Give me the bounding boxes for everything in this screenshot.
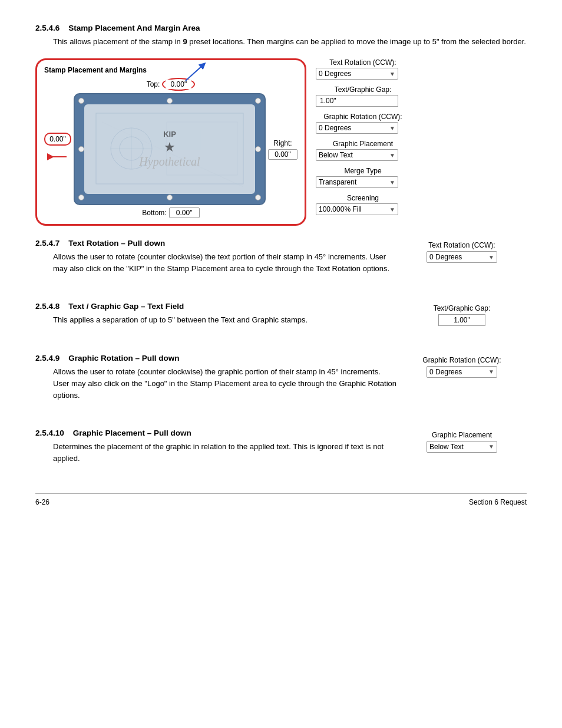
text-rotation-arrow: ▼ [389, 71, 395, 77]
s2410-arrow: ▼ [488, 443, 494, 450]
merge-type-value: Transparent [319, 178, 356, 186]
text-rotation-panel-label: Text Rotation (CCW): [316, 58, 410, 67]
section-247-title: 2.5.4.7 Text Rotation – Pull down [35, 239, 397, 248]
section-2410-title: 2.5.4.10 Graphic Placement – Pull down [35, 429, 397, 437]
left-margin-display: 0.00" [44, 133, 71, 146]
s249-dropdown[interactable]: 0 Degrees ▼ [427, 366, 497, 378]
screening-dropdown[interactable]: 100.000% Fill ▼ [316, 203, 398, 215]
section-248-title: 2.5.4.8 Text / Graphic Gap – Text Field [35, 302, 397, 311]
section-247-widget: Text Rotation (CCW): 0 Degrees ▼ [397, 239, 527, 263]
section-2410-body: Determines the placement of the graphic … [53, 441, 397, 465]
s247-arrow: ▼ [488, 254, 494, 261]
bottom-margin-input[interactable] [169, 207, 200, 218]
s2410-widget-label: Graphic Placement [432, 431, 492, 439]
diagram-container: Stamp Placement and Margins Top: [35, 58, 527, 226]
stamp-preview: KIP ★ Hypothetical [74, 93, 266, 205]
merge-type-dropdown[interactable]: Transparent ▼ [316, 176, 398, 188]
stamp-inner: KIP ★ Hypothetical [84, 104, 255, 194]
kip-label[interactable]: KIP [163, 130, 176, 139]
left-margin-col: 0.00" [44, 133, 71, 166]
text-gap-panel-label: Text/Graphic Gap: [316, 85, 410, 94]
s249-arrow: ▼ [488, 368, 494, 375]
section-248-widget: Text/Graphic Gap: [397, 302, 527, 326]
right-label: Right: [273, 139, 292, 147]
s247-widget-label: Text Rotation (CCW): [428, 241, 495, 249]
top-margin-row: Top: [44, 78, 297, 91]
corner-dot-tm [167, 98, 173, 104]
s249-widget-label: Graphic Rotation (CCW): [422, 356, 501, 364]
footer-section: Section 6 Request [469, 498, 527, 506]
screening-panel-label: Screening [316, 194, 410, 202]
stamp-canvas-area: 0.00" [44, 93, 297, 205]
screening-value: 100.000% Fill [319, 205, 362, 213]
graphic-placement-panel-item: Graphic Placement Below Text ▼ [316, 140, 410, 161]
corner-dot-bl [78, 195, 84, 200]
right-margin-input[interactable] [268, 149, 297, 160]
corner-dot-lm [78, 146, 84, 152]
graphic-rotation-value: 0 Degrees [319, 124, 351, 132]
graphic-placement-dropdown[interactable]: Below Text ▼ [316, 149, 398, 161]
graphic-placement-arrow: ▼ [389, 152, 395, 159]
section-247-text: 2.5.4.7 Text Rotation – Pull down Allows… [35, 239, 397, 285]
graphic-rotation-panel-item: Graphic Rotation (CCW): 0 Degrees ▼ [316, 113, 410, 134]
section-246-body: This allows placement of the stamp in 9 … [53, 36, 527, 48]
corner-dot-bm [167, 195, 173, 200]
kip-star: ★ [164, 140, 176, 155]
graphic-placement-value: Below Text [319, 151, 353, 159]
left-arrow-svg [46, 148, 70, 166]
section-249-text: 2.5.4.9 Graphic Rotation – Pull down All… [35, 354, 397, 412]
bottom-label: Bottom: [142, 209, 166, 217]
section-247: 2.5.4.7 Text Rotation – Pull down Allows… [35, 239, 527, 285]
diagram-title: Stamp Placement and Margins [44, 66, 297, 74]
graphic-rotation-panel-label: Graphic Rotation (CCW): [316, 113, 410, 121]
top-input-highlight [162, 78, 195, 91]
corner-dot-rm [255, 146, 261, 152]
merge-type-panel-item: Merge Type Transparent ▼ [316, 167, 410, 188]
s249-value: 0 Degrees [429, 368, 462, 376]
screening-arrow: ▼ [389, 206, 395, 213]
footer: 6-26 Section 6 Request [35, 493, 527, 506]
corner-dot-tr [255, 98, 261, 104]
corner-dot-br [255, 195, 261, 200]
section-248: 2.5.4.8 Text / Graphic Gap – Text Field … [35, 302, 527, 337]
s2410-value: Below Text [429, 443, 464, 451]
s248-widget-label: Text/Graphic Gap: [434, 304, 491, 312]
hypothetical-text: Hypothetical [139, 155, 200, 169]
s2410-dropdown[interactable]: Below Text ▼ [427, 441, 497, 453]
section-249-title: 2.5.4.9 Graphic Rotation – Pull down [35, 354, 397, 363]
s248-input[interactable] [438, 314, 485, 326]
section-249-widget: Graphic Rotation (CCW): 0 Degrees ▼ [397, 354, 527, 378]
graphic-placement-panel-label: Graphic Placement [316, 140, 410, 148]
stamp-inner-content: KIP ★ Hypothetical [139, 130, 200, 169]
top-margin-input[interactable] [166, 80, 191, 89]
s247-dropdown[interactable]: 0 Degrees ▼ [427, 251, 497, 263]
section-247-body: Allows the user to rotate (counter clock… [53, 251, 397, 275]
bottom-margin-row: Bottom: [44, 207, 297, 218]
text-rotation-value: 0 Degrees [319, 70, 351, 78]
screening-panel-item: Screening 100.000% Fill ▼ [316, 194, 410, 215]
section-248-body: This applies a separation of up to 5" be… [53, 314, 397, 326]
section-246-title: 2.5.4.6 Stamp Placement And Margin Area [35, 24, 527, 32]
right-panel: Text Rotation (CCW): 0 Degrees ▼ Text/Gr… [316, 58, 410, 215]
text-gap-input[interactable] [316, 95, 398, 107]
stamp-diagram-box: Stamp Placement and Margins Top: [35, 58, 306, 226]
top-label: Top: [147, 80, 160, 88]
section-248-text: 2.5.4.8 Text / Graphic Gap – Text Field … [35, 302, 397, 337]
page: 2.5.4.6 Stamp Placement And Margin Area … [35, 24, 527, 506]
text-rotation-panel-item: Text Rotation (CCW): 0 Degrees ▼ [316, 58, 410, 80]
section-2410: 2.5.4.10 Graphic Placement – Pull down D… [35, 429, 527, 475]
section-2410-text: 2.5.4.10 Graphic Placement – Pull down D… [35, 429, 397, 475]
corner-dot-tl [78, 98, 84, 104]
text-rotation-dropdown[interactable]: 0 Degrees ▼ [316, 68, 398, 80]
graphic-rotation-dropdown[interactable]: 0 Degrees ▼ [316, 122, 398, 134]
footer-page: 6-26 [35, 498, 49, 506]
merge-type-arrow: ▼ [389, 179, 395, 186]
right-margin-col: Right: [268, 139, 297, 160]
section-249: 2.5.4.9 Graphic Rotation – Pull down All… [35, 354, 527, 412]
section-2410-widget: Graphic Placement Below Text ▼ [397, 429, 527, 453]
graphic-rotation-arrow: ▼ [389, 125, 395, 131]
section-246: 2.5.4.6 Stamp Placement And Margin Area … [35, 24, 527, 48]
text-gap-panel-item: Text/Graphic Gap: [316, 85, 410, 107]
s247-value: 0 Degrees [429, 253, 462, 261]
section-249-body: Allows the user to rotate (counter clock… [53, 366, 397, 401]
